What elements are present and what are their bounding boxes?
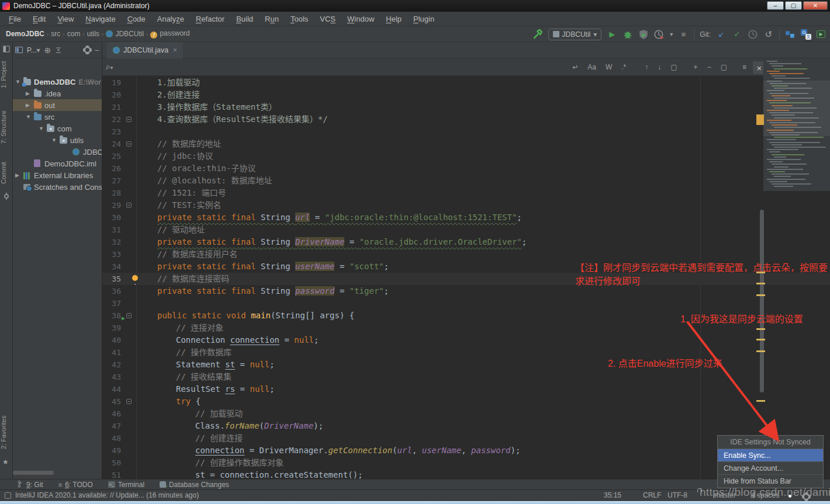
line-number[interactable]: 27: [102, 175, 121, 187]
fold-icon[interactable]: −: [126, 141, 132, 147]
code-with-me-icon[interactable]: [785, 29, 796, 40]
code-line-21[interactable]: 213.操作数据库（Statement类）: [102, 101, 830, 113]
debug-bug-icon[interactable]: [622, 29, 633, 40]
line-number[interactable]: 37: [102, 297, 121, 310]
translate-icon[interactable]: G 文: [801, 29, 811, 40]
line-number[interactable]: 25: [102, 150, 121, 162]
toolwindow-button-terminal[interactable]: >_Terminal: [108, 481, 144, 489]
menu-build[interactable]: Build: [231, 13, 258, 25]
line-number[interactable]: 31: [102, 224, 121, 236]
chevron-expanded-icon[interactable]: ▼: [26, 114, 31, 120]
prev-occurrence-button[interactable]: ↑: [640, 63, 653, 71]
favorites-star-icon[interactable]: ★: [2, 458, 9, 466]
search-icon[interactable]: ⌕▾: [102, 62, 116, 72]
tree-item-src[interactable]: ▼src: [13, 111, 102, 123]
line-number[interactable]: 46: [102, 408, 121, 420]
line-number[interactable]: 20: [102, 89, 121, 101]
fold-icon[interactable]: −: [126, 313, 132, 318]
menu-view[interactable]: View: [52, 13, 79, 25]
words-toggle[interactable]: W: [601, 63, 617, 71]
search-input[interactable]: [116, 58, 568, 75]
line-number[interactable]: 35: [102, 273, 121, 285]
breadcrumb-jdbcutil[interactable]: JDBCUtil: [106, 30, 144, 38]
chevron-expanded-icon[interactable]: ▼: [39, 126, 44, 131]
run-button[interactable]: ▶: [607, 29, 617, 40]
add-occurrence-button[interactable]: +: [689, 63, 703, 71]
horizontal-scrollbar[interactable]: [13, 471, 54, 475]
code-line-29[interactable]: 29−// TEST:实例名: [102, 199, 830, 211]
line-number[interactable]: 23: [102, 126, 121, 138]
popup-item-change-account-[interactable]: Change Account...: [718, 462, 823, 475]
change-marker[interactable]: [756, 400, 765, 402]
encoding-indicator[interactable]: UTF-8: [668, 491, 687, 499]
line-number[interactable]: 33: [102, 248, 121, 260]
tree-item--idea[interactable]: ▶.idea: [13, 88, 102, 99]
menu-window[interactable]: Window: [342, 13, 379, 25]
breadcrumb-com[interactable]: com: [67, 30, 81, 38]
line-number[interactable]: 22: [102, 113, 121, 126]
line-number[interactable]: 34: [102, 260, 121, 273]
profiler-icon[interactable]: [654, 29, 665, 40]
menu-help[interactable]: Help: [381, 13, 407, 25]
code-line-37[interactable]: 37: [102, 297, 830, 310]
tab-jdbcutil[interactable]: JDBCUtil.java ×: [107, 42, 183, 58]
newline-icon[interactable]: ↵: [568, 63, 583, 71]
code-line-40[interactable]: 40Connection connection = null;: [102, 334, 830, 346]
change-marker[interactable]: [756, 328, 765, 330]
code-line-47[interactable]: 47Class.forName(DriverName);: [102, 420, 830, 432]
minimap-viewport[interactable]: [763, 81, 830, 136]
close-button[interactable]: ✕: [803, 1, 828, 10]
line-number[interactable]: 29: [102, 199, 121, 211]
match-case-toggle[interactable]: Aa: [583, 63, 601, 71]
menu-vcs[interactable]: VCS: [314, 13, 341, 25]
code-line-27[interactable]: 27// @localhost: 数据库地址: [102, 175, 830, 187]
rollback-undo-icon[interactable]: ↺: [763, 29, 774, 40]
intention-bulb-icon[interactable]: [132, 275, 138, 281]
fold-icon[interactable]: −: [126, 203, 132, 208]
tree-item-scratches-and-consoles[interactable]: Scratches and Consoles: [13, 181, 102, 193]
git-update-icon[interactable]: ↙: [716, 29, 727, 40]
tree-item-jdbcutil[interactable]: JDBCUtil: [13, 146, 102, 158]
status-message[interactable]: IntelliJ IDEA 2020.1 available: // Updat…: [15, 491, 199, 499]
code-line-46[interactable]: 46// 加载驱动: [102, 408, 830, 420]
chevron-collapsed-icon[interactable]: ▶: [26, 91, 30, 96]
line-number[interactable]: 30: [102, 211, 121, 224]
minimize-button[interactable]: –: [767, 1, 784, 10]
line-number[interactable]: 28: [102, 187, 121, 199]
code-line-22[interactable]: 22−4.查询数据库（ResultSet类接收结果集）*/: [102, 113, 830, 126]
menu-code[interactable]: Code: [122, 13, 151, 25]
line-number[interactable]: 42: [102, 359, 121, 371]
menu-plugin[interactable]: Plugin: [408, 13, 440, 25]
code-line-28[interactable]: 28// 1521: 端口号: [102, 187, 830, 199]
next-occurrence-button[interactable]: ↓: [653, 63, 666, 71]
popup-item-enable-sync-[interactable]: Enable Sync...: [718, 449, 823, 462]
line-number[interactable]: 50: [102, 457, 121, 469]
tree-item-external-libraries[interactable]: ▶External Libraries: [13, 169, 102, 181]
code-line-33[interactable]: 33// 数据库连接用户名: [102, 248, 830, 260]
chevron-expanded-icon[interactable]: ▼: [15, 79, 20, 85]
code-line-31[interactable]: 31// 驱动地址: [102, 224, 830, 236]
toolwindow-button-9-git[interactable]: 9: Git: [18, 481, 43, 489]
line-number[interactable]: 49: [102, 444, 121, 457]
sidebar-item-structure[interactable]: 7: Structure: [0, 103, 13, 152]
line-ending-indicator[interactable]: CRLF: [643, 491, 661, 499]
sidebar-item-commit[interactable]: Commit: [0, 157, 13, 189]
tree-item-demojdbc[interactable]: ▼DemoJDBCE:\Wor: [13, 76, 102, 88]
line-number[interactable]: 32: [102, 236, 121, 248]
tree-item-out[interactable]: ▶out: [13, 99, 102, 111]
line-number[interactable]: 45: [102, 395, 121, 408]
menu-file[interactable]: File: [4, 13, 26, 25]
line-number[interactable]: 47: [102, 420, 121, 432]
git-commit-check-icon[interactable]: ✓: [732, 29, 742, 40]
history-clock-icon[interactable]: [748, 29, 758, 40]
line-number[interactable]: 38: [102, 310, 121, 322]
tab-close-icon[interactable]: ×: [173, 46, 177, 54]
hide-panel-icon[interactable]: −: [95, 46, 99, 55]
sidebar-item-favorites[interactable]: 2: Favorites: [0, 410, 13, 454]
menu-navigate[interactable]: Navigate: [80, 13, 120, 25]
update-notification-icon[interactable]: [5, 492, 11, 499]
commit-tool-icon[interactable]: [3, 193, 10, 200]
line-number[interactable]: 39: [102, 322, 121, 334]
run-anything-terminal-icon[interactable]: ▶: [817, 30, 825, 38]
line-number[interactable]: 19: [102, 77, 121, 89]
